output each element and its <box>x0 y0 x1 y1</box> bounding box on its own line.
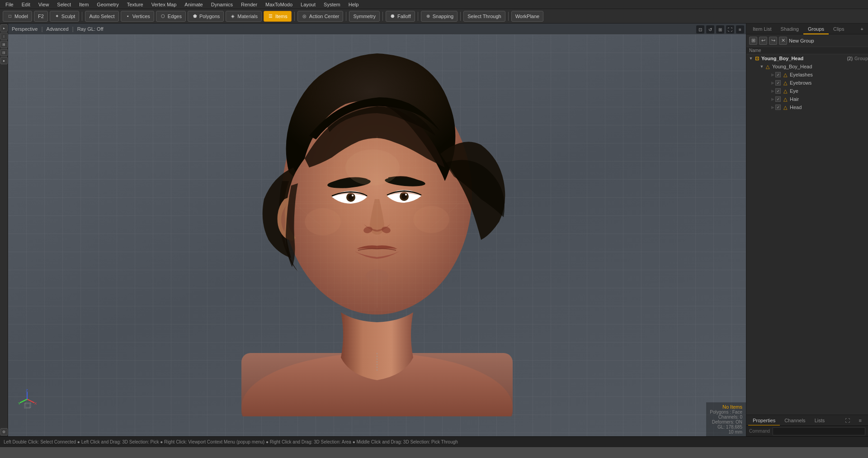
tab-channels[interactable]: Channels <box>780 415 810 426</box>
young-boy-head-label: Young_Boy_Head <box>772 64 868 69</box>
groups-panel[interactable]: ⊞ ↩ ↪ ✕ New Group Name ▼ ⊡ Young_Boy_Hea… <box>746 34 868 415</box>
menu-file[interactable]: File <box>2 0 17 9</box>
tab-lists[interactable]: Lists <box>810 415 830 426</box>
eye-checkbox[interactable]: ✓ <box>775 88 781 94</box>
model-icon: □ <box>7 13 13 19</box>
viewport-info: No Items Polygons : Face Channels: 0 Def… <box>706 402 746 436</box>
svg-text:Z: Z <box>26 389 28 392</box>
polygons-button[interactable]: ⬟ Polygons <box>188 11 224 22</box>
bottom-panel-tabs: Properties Channels Lists ⛶ ≡ <box>746 415 868 425</box>
tree-item-young-boy-head[interactable]: ▼ △ Young_Boy_Head <box>746 62 868 71</box>
tab-groups[interactable]: Groups <box>803 24 829 34</box>
head-expand-icon[interactable]: ▶ <box>770 105 775 110</box>
left-tool-3[interactable]: ⊞ <box>0 41 8 48</box>
viewport-perspective-label: Perspective <box>12 26 38 32</box>
hair-mesh-icon: △ <box>782 96 788 102</box>
action-center-button[interactable]: ◎ Action Center <box>297 11 344 22</box>
menu-vertexmap[interactable]: Vertex Map <box>148 0 180 9</box>
materials-button[interactable]: ◈ Materials <box>226 11 262 22</box>
hair-label: Hair <box>790 96 868 102</box>
menu-layout[interactable]: Layout <box>297 0 319 9</box>
left-tool-4[interactable]: ⊟ <box>0 49 8 56</box>
command-area: Command <box>746 425 868 436</box>
symmetry-button[interactable]: Symmetry <box>349 11 380 22</box>
snapping-button[interactable]: ⊕ Snapping <box>421 11 458 22</box>
menu-item[interactable]: Item <box>75 0 92 9</box>
axis-indicator: X Y Z <box>17 389 37 409</box>
edges-button[interactable]: ⬡ Edges <box>156 11 186 22</box>
menu-maxtomodo[interactable]: MaxToModo <box>262 0 296 9</box>
root-expand-icon[interactable]: ▼ <box>748 56 754 61</box>
name-header: Name <box>746 47 868 54</box>
left-tool-1[interactable]: ▸ <box>0 24 8 32</box>
toolbar-separator-6 <box>460 12 461 21</box>
eye-expand-icon[interactable]: ▶ <box>770 88 775 94</box>
viewport[interactable]: Perspective | Advanced | Ray GL: Off ⊡ ↺… <box>8 24 746 436</box>
viewport-raygl-label: Ray GL: Off <box>77 26 104 32</box>
eyebrows-expand-icon[interactable]: ▶ <box>770 80 775 86</box>
head-checkbox[interactable]: ✓ <box>775 105 781 110</box>
new-group-icon-2[interactable]: ↩ <box>759 37 767 45</box>
viewport-icon-refresh[interactable]: ↺ <box>706 25 714 33</box>
menu-texture[interactable]: Texture <box>123 0 147 9</box>
tree-item-hair[interactable]: ▶ ✓ △ Hair <box>746 95 868 103</box>
menu-geometry[interactable]: Geometry <box>93 0 122 9</box>
menu-select[interactable]: Select <box>53 0 75 9</box>
tab-shading[interactable]: Shading <box>776 24 803 34</box>
auto-select-button[interactable]: Auto Select <box>85 11 118 22</box>
left-tool-2[interactable]: ↕ <box>0 33 8 40</box>
menu-animate[interactable]: Animate <box>181 0 206 9</box>
command-input[interactable] <box>773 427 865 435</box>
new-group-icon-1[interactable]: ⊞ <box>749 37 757 45</box>
falloff-button[interactable]: ⬣ Falloff <box>386 11 415 22</box>
channels-info: Channels: 0 <box>710 415 742 420</box>
mesh-icon: △ <box>764 63 771 70</box>
viewport-icon-camera[interactable]: ⊡ <box>696 25 704 33</box>
items-button[interactable]: ☰ Items <box>264 11 292 22</box>
tab-properties[interactable]: Properties <box>748 415 780 426</box>
eyebrows-checkbox[interactable]: ✓ <box>775 80 781 86</box>
svg-point-13 <box>405 194 407 196</box>
viewport-icons: ⊡ ↺ ⊞ ⛶ ≡ <box>696 25 744 33</box>
left-tool-bottom[interactable]: ⚙ <box>0 428 8 435</box>
menu-system[interactable]: System <box>320 0 344 9</box>
tree-item-head[interactable]: ▶ ✓ △ Head <box>746 103 868 111</box>
tab-item-list[interactable]: Item List <box>748 24 776 34</box>
select-through-button[interactable]: Select Through <box>463 11 505 22</box>
tab-add-button[interactable]: + <box>858 24 866 33</box>
polygons-info: Polygons : Face <box>710 410 742 415</box>
tree-item-root[interactable]: ▼ ⊡ Young_Boy_Head (2) Group <box>746 54 868 62</box>
new-group-icon-3[interactable]: ↪ <box>769 37 777 45</box>
menu-view[interactable]: View <box>35 0 53 9</box>
viewport-icon-zoom-fit[interactable]: ⊞ <box>716 25 724 33</box>
tree-item-eyebrows[interactable]: ▶ ✓ △ Eyebrows <box>746 79 868 87</box>
eyelashes-checkbox[interactable]: ✓ <box>775 72 781 77</box>
menu-help[interactable]: Help <box>345 0 363 9</box>
vertices-button[interactable]: ▪ Vertices <box>121 11 154 22</box>
hair-checkbox[interactable]: ✓ <box>775 96 781 102</box>
tab-expand-btn[interactable]: ⛶ <box>840 415 854 426</box>
svg-text:Y: Y <box>18 401 21 406</box>
mode-model-button[interactable]: □ Model <box>3 11 32 22</box>
tab-clips[interactable]: Clips <box>829 24 849 34</box>
toolbar-separator-3 <box>346 12 346 21</box>
mode-f2-button[interactable]: F2 <box>34 11 48 22</box>
workplane-button[interactable]: WorkPlane <box>511 11 544 22</box>
menu-dynamics[interactable]: Dynamics <box>208 0 236 9</box>
viewport-icon-settings[interactable]: ≡ <box>736 25 744 33</box>
polygons-icon: ⬟ <box>192 13 198 19</box>
menu-edit[interactable]: Edit <box>18 0 34 9</box>
materials-icon: ◈ <box>230 13 236 19</box>
tree-item-eyelashes[interactable]: ▶ ✓ △ Eyelashes <box>746 71 868 79</box>
tab-settings-btn[interactable]: ≡ <box>854 415 866 426</box>
tree-item-eye[interactable]: ▶ ✓ △ Eye <box>746 87 868 95</box>
menu-render[interactable]: Render <box>237 0 261 9</box>
new-group-icon-4[interactable]: ✕ <box>779 37 787 45</box>
mode-sculpt-button[interactable]: ✦ Sculpt <box>50 11 80 22</box>
items-icon: ☰ <box>268 13 274 19</box>
left-tool-5[interactable]: ● <box>0 57 8 64</box>
viewport-icon-expand[interactable]: ⛶ <box>726 25 734 33</box>
eyelashes-expand-icon[interactable]: ▶ <box>770 72 775 77</box>
child-expand-icon[interactable]: ▼ <box>759 64 764 69</box>
hair-expand-icon[interactable]: ▶ <box>770 96 775 102</box>
